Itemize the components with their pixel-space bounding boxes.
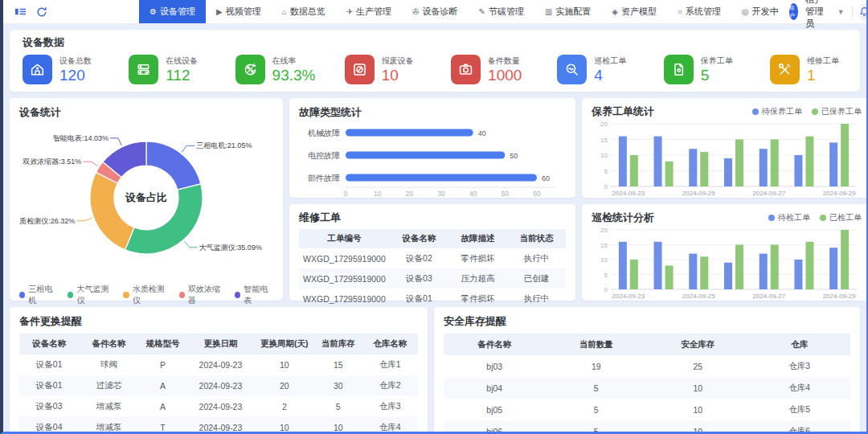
- panel-title: 设备统计: [19, 105, 273, 120]
- bar-已检工单-2024-09-26[interactable]: [735, 245, 743, 290]
- bar-待检工单-2024-09-28[interactable]: [794, 260, 802, 289]
- table-cell: 2024-09-23: [186, 375, 254, 396]
- bar-已检工单-2024-09-23[interactable]: [630, 260, 638, 289]
- doc-icon: [664, 55, 694, 84]
- bar-电控故障[interactable]: [346, 152, 505, 159]
- stat-label: 维修工单: [807, 55, 839, 67]
- table-cell: 10: [647, 399, 749, 420]
- legend-dot: [179, 292, 185, 298]
- bar-待保养工单-2024-09-28[interactable]: [794, 155, 802, 186]
- chevron-down-icon[interactable]: ▼: [837, 8, 845, 16]
- donut-slice-三相电机[interactable]: [146, 141, 201, 190]
- bar-已保养工单-2024-09-29[interactable]: [841, 124, 849, 186]
- bar-待检工单-2024-09-25[interactable]: [689, 254, 697, 289]
- legend-item-已检工单[interactable]: 已检工单: [820, 212, 862, 223]
- table-cell: 5: [314, 396, 362, 417]
- legend-item-水质检测仪[interactable]: 水质检测仪: [123, 284, 169, 306]
- column-header: 工单编号: [299, 229, 390, 248]
- table-cell: bj03: [444, 355, 546, 377]
- donut-slice-水质检测仪[interactable]: [90, 172, 134, 249]
- bar-已保养工单-2024-09-25[interactable]: [700, 152, 708, 186]
- bar-已检工单-2024-09-29[interactable]: [841, 230, 849, 289]
- table-row: WXGD_17295919000设备03压力超高已创建: [299, 268, 566, 289]
- tab-7[interactable]: ◈资产模型: [601, 0, 667, 23]
- stat-label: 在线设备: [166, 55, 198, 67]
- legend-item-双效浓缩器[interactable]: 双效浓缩器: [179, 284, 225, 306]
- table-cell: 10: [255, 417, 314, 434]
- legend-item-待检工单[interactable]: 待检工单: [768, 212, 810, 223]
- bar-已保养工单-2024-09-26[interactable]: [735, 140, 743, 187]
- stat-card-5: 巡检工单 4: [557, 55, 634, 84]
- tab-3[interactable]: ✈生产管理: [336, 0, 402, 23]
- column-header: 设备名称: [19, 334, 79, 354]
- tab-2[interactable]: ⌂数据总览: [272, 0, 336, 23]
- bar-待保养工单-2024-09-27[interactable]: [760, 149, 768, 186]
- bar-待检工单-2024-09-29[interactable]: [829, 248, 837, 289]
- tab-9[interactable]: ◎开发中: [731, 0, 789, 23]
- bar-待检工单-2024-09-27[interactable]: [760, 254, 768, 289]
- legend-item-智能电表[interactable]: 智能电表: [235, 284, 273, 306]
- x-tick: 40: [469, 190, 477, 198]
- legend-item-大气监测仪[interactable]: 大气监测仪: [68, 284, 113, 306]
- x-tick: 2024-09-23: [612, 293, 645, 300]
- bar-待检工单-2024-09-24[interactable]: [654, 242, 662, 289]
- tab-8[interactable]: ○系统管理: [667, 0, 731, 23]
- bar-已保养工单-2024-09-28[interactable]: [805, 137, 813, 186]
- table-cell: 2024-09-23: [186, 396, 254, 417]
- table-cell: bj04: [444, 377, 546, 399]
- legend-item-待保养工单[interactable]: 待保养工单: [752, 106, 802, 117]
- server-icon: [129, 55, 158, 84]
- bar-已检工单-2024-09-25[interactable]: [700, 256, 708, 289]
- x-tick: 2024-09-29: [823, 293, 856, 300]
- bar-已保养工单-2024-09-23[interactable]: [630, 155, 638, 186]
- tab-5[interactable]: ✎节碳管理: [469, 0, 534, 23]
- legend-item-三相电机[interactable]: 三相电机: [19, 284, 58, 306]
- table-cell: 20: [255, 375, 314, 396]
- maintain-orders-panel: 保养工单统计 待保养工单已保养工单 051015202024-09-232024…: [582, 98, 868, 198]
- bar-待保养工单-2024-09-25[interactable]: [689, 149, 697, 186]
- notification-bell-icon[interactable]: [859, 3, 868, 21]
- bar-待检工单-2024-09-23[interactable]: [619, 242, 627, 289]
- bar-部件故障[interactable]: [346, 174, 537, 182]
- table-cell: 仓库6: [749, 420, 851, 434]
- bar-已保养工单-2024-09-24[interactable]: [665, 162, 674, 186]
- tab-0[interactable]: ⚙设备管理: [139, 0, 206, 23]
- system-icon: ○: [678, 7, 682, 16]
- table-row: bj06510仓库6: [444, 420, 850, 434]
- legend-item-已保养工单[interactable]: 已保养工单: [812, 106, 862, 117]
- bar-已保养工单-2024-09-27[interactable]: [771, 140, 779, 187]
- stat-card-3: 报废设备 10: [345, 55, 422, 84]
- stat-value: 112: [166, 67, 198, 84]
- table-cell: 设备03: [390, 268, 448, 289]
- bar-已检工单-2024-09-27[interactable]: [771, 245, 779, 290]
- table-row: WXGD_17295919000设备02零件损坏执行中: [299, 248, 566, 268]
- collapse-menu-icon[interactable]: [10, 0, 31, 23]
- model-icon: ◈: [612, 7, 618, 16]
- donut-label-line: [182, 145, 194, 152]
- tab-6[interactable]: ▥实施配置: [534, 0, 601, 23]
- refresh-icon[interactable]: [31, 0, 52, 23]
- bar-机械故障[interactable]: [346, 129, 473, 137]
- table-cell: 5: [546, 399, 648, 420]
- spare-replace-panel: 备件更换提醒 设备名称备件名称规格型号更换日期更换周期(天)当前库存仓库名称设备…: [10, 307, 428, 434]
- table-cell: 过滤芯: [79, 375, 138, 396]
- x-tick: 20: [406, 190, 414, 198]
- bar-待保养工单-2024-09-29[interactable]: [829, 142, 837, 186]
- bar-待检工单-2024-09-26[interactable]: [724, 263, 732, 289]
- tab-1[interactable]: ▶视频管理: [206, 0, 272, 23]
- top-navbar: ⚙设备管理▶视频管理⌂数据总览✈生产管理✇设备诊断✎节碳管理▥实施配置◈资产模型…: [3, 0, 866, 24]
- bar-待保养工单-2024-09-23[interactable]: [619, 137, 627, 186]
- percent-icon: [235, 55, 265, 84]
- bar-待保养工单-2024-09-26[interactable]: [724, 158, 732, 186]
- avatar[interactable]: 租户: [789, 3, 798, 20]
- column-header: 当前数量: [546, 334, 648, 355]
- legend-dot: [123, 292, 129, 298]
- bar-已检工单-2024-09-24[interactable]: [665, 265, 674, 289]
- table-cell: 设备01: [19, 354, 79, 375]
- bar-待保养工单-2024-09-24[interactable]: [654, 137, 662, 186]
- nav-tabs: ⚙设备管理▶视频管理⌂数据总览✈生产管理✇设备诊断✎节碳管理▥实施配置◈资产模型…: [139, 0, 789, 23]
- tab-4[interactable]: ✇设备诊断: [402, 0, 468, 23]
- stat-value: 93.3%: [272, 67, 316, 84]
- column-header: 设备名称: [390, 229, 448, 248]
- bar-已检工单-2024-09-28[interactable]: [805, 242, 813, 289]
